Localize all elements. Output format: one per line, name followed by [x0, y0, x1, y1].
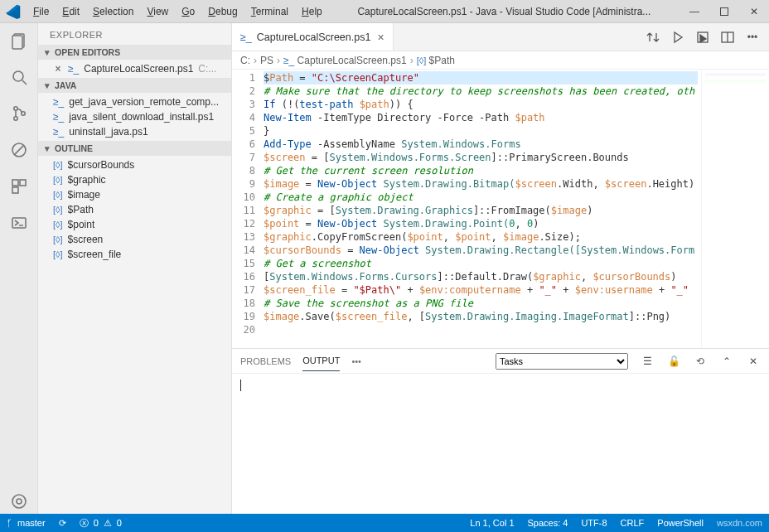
outline-item[interactable]: [◊]$Path: [38, 202, 231, 217]
search-activity-icon[interactable]: [7, 65, 31, 89]
run-icon[interactable]: [670, 29, 686, 46]
file-item[interactable]: ≥_java_silent_download_install.ps1: [38, 109, 231, 124]
open-editor-item[interactable]: ×≥_CaptureLocalScreen.ps1 C:...: [38, 61, 231, 76]
panel-tab-problems[interactable]: PROBLEMS: [240, 351, 291, 371]
menu-terminal[interactable]: Terminal: [244, 2, 295, 21]
outline-item[interactable]: [◊]$graphic: [38, 172, 231, 187]
file-item[interactable]: ≥_uninstall_java.ps1: [38, 124, 231, 139]
close-button[interactable]: ✕: [739, 0, 769, 23]
menu-go[interactable]: Go: [175, 2, 201, 21]
menu-edit[interactable]: Edit: [56, 2, 86, 21]
file-item[interactable]: ≥_get_java_version_remote_comp...: [38, 94, 231, 109]
panel-more-icon[interactable]: •••: [351, 351, 361, 371]
panel-up-icon[interactable]: ⌃: [719, 355, 734, 367]
more-actions-icon[interactable]: •••: [744, 29, 761, 46]
code-area[interactable]: $Path = "C:\ScreenCapture"# Make sure th…: [260, 70, 701, 348]
menu-selection[interactable]: Selection: [86, 2, 140, 21]
powershell-activity-icon[interactable]: [7, 210, 31, 235]
filter-icon[interactable]: ☰: [640, 355, 655, 367]
powershell-file-icon: ≥_: [53, 111, 64, 123]
editor-actions: •••: [636, 23, 769, 51]
extensions-activity-icon[interactable]: [7, 174, 31, 199]
close-tab-icon[interactable]: ×: [377, 31, 384, 44]
debug-icon[interactable]: [694, 29, 711, 46]
minimap[interactable]: [701, 70, 769, 348]
open-editors-header[interactable]: ▾OPEN EDITORS: [38, 45, 231, 60]
powershell-file-icon: ≥_: [53, 96, 64, 108]
status-branch[interactable]: ᚶ master: [0, 514, 52, 532]
outline-item[interactable]: [◊]$cursorBounds: [38, 157, 231, 172]
breadcrumb-segment[interactable]: ≥_ CaptureLocalScreen.ps1: [283, 55, 407, 66]
maximize-button[interactable]: [709, 0, 739, 23]
chevron-right-icon: ›: [277, 55, 280, 66]
window-title: CaptureLocalScreen.ps1 - Java - Visual S…: [329, 6, 680, 17]
file-hint: C:...: [198, 63, 216, 75]
open-editors-label: OPEN EDITORS: [55, 47, 120, 57]
editor-body[interactable]: 1234567891011121314151617181920 $Path = …: [232, 70, 769, 348]
svg-rect-2: [12, 36, 22, 49]
chevron-down-icon: ▾: [43, 143, 51, 153]
menu-help[interactable]: Help: [295, 2, 329, 21]
debug-activity-icon[interactable]: [7, 138, 31, 162]
status-eol[interactable]: CRLF: [614, 514, 651, 532]
menu-bar: FileEditSelectionViewGoDebugTerminalHelp: [27, 2, 329, 21]
lock-scroll-icon[interactable]: 🔓: [666, 355, 681, 367]
window-controls: — ✕: [680, 0, 769, 23]
scm-activity-icon[interactable]: [7, 101, 31, 126]
breadcrumb-segment[interactable]: C:: [240, 55, 250, 66]
folder-header[interactable]: ▾JAVA: [38, 78, 231, 93]
explorer-activity-icon[interactable]: [7, 28, 31, 53]
outline-item[interactable]: [◊]$screen: [38, 232, 231, 247]
variable-icon: [◊]: [53, 175, 63, 185]
minimize-button[interactable]: —: [680, 0, 709, 23]
panel-body[interactable]: [232, 374, 769, 514]
status-encoding[interactable]: UTF-8: [574, 514, 613, 532]
menu-view[interactable]: View: [140, 2, 175, 21]
variable-icon: [◊]: [53, 205, 63, 215]
symbol-name: $image: [68, 189, 100, 201]
breadcrumb[interactable]: C:›PS›≥_ CaptureLocalScreen.ps1›[◊] $Pat…: [232, 51, 769, 70]
settings-activity-icon[interactable]: [7, 489, 31, 514]
svg-point-14: [17, 499, 22, 504]
outline-item[interactable]: [◊]$point: [38, 217, 231, 232]
status-cursor[interactable]: Ln 1, Col 1: [463, 514, 520, 532]
file-name: get_java_version_remote_comp...: [69, 96, 219, 108]
status-spaces[interactable]: Spaces: 4: [521, 514, 575, 532]
outline-item[interactable]: [◊]$image: [38, 187, 231, 202]
svg-line-9: [14, 145, 23, 154]
file-name: CaptureLocalScreen.ps1: [84, 63, 193, 75]
breadcrumb-segment[interactable]: PS: [260, 55, 273, 66]
menu-debug[interactable]: Debug: [201, 2, 244, 21]
powershell-file-icon: ≥_: [240, 31, 252, 43]
powershell-file-icon: ≥_: [68, 63, 79, 75]
panel-tab-output[interactable]: OUTPUT: [302, 351, 340, 371]
outline-header[interactable]: ▾OUTLINE: [38, 141, 231, 156]
chevron-down-icon: ▾: [43, 47, 51, 57]
title-bar: FileEditSelectionViewGoDebugTerminalHelp…: [0, 0, 769, 23]
status-sync[interactable]: ⟳: [52, 514, 73, 532]
breadcrumb-segment[interactable]: [◊] $Path: [417, 55, 455, 66]
compare-icon[interactable]: [645, 29, 661, 46]
warning-count: 0: [117, 518, 122, 528]
symbol-name: $screen_file: [68, 249, 122, 260]
chevron-right-icon: ›: [410, 55, 414, 66]
main-area: EXPLORER ▾OPEN EDITORS ×≥_CaptureLocalSc…: [0, 23, 769, 514]
status-problems[interactable]: ⓧ 0 ⚠ 0: [73, 514, 128, 532]
tab-title: CaptureLocalScreen.ps1: [257, 31, 371, 43]
clear-output-icon[interactable]: ⟲: [693, 355, 708, 367]
status-language[interactable]: PowerShell: [651, 514, 710, 532]
close-panel-icon[interactable]: ✕: [746, 355, 761, 367]
symbol-name: $graphic: [68, 174, 106, 186]
close-icon[interactable]: ×: [53, 63, 63, 75]
outline-item[interactable]: [◊]$screen_file: [38, 247, 231, 262]
split-editor-icon[interactable]: [719, 29, 736, 46]
output-channel-dropdown[interactable]: Tasks: [496, 353, 628, 370]
editor-tab[interactable]: ≥_ CaptureLocalScreen.ps1 ×: [232, 23, 394, 51]
svg-rect-11: [20, 180, 26, 186]
menu-file[interactable]: File: [27, 2, 56, 21]
tab-strip: ≥_ CaptureLocalScreen.ps1 × •••: [232, 23, 769, 51]
watermark: wsxdn.com: [710, 514, 769, 532]
svg-rect-12: [12, 187, 18, 193]
symbol-name: $screen: [68, 234, 104, 245]
symbol-name: $point: [68, 219, 95, 230]
